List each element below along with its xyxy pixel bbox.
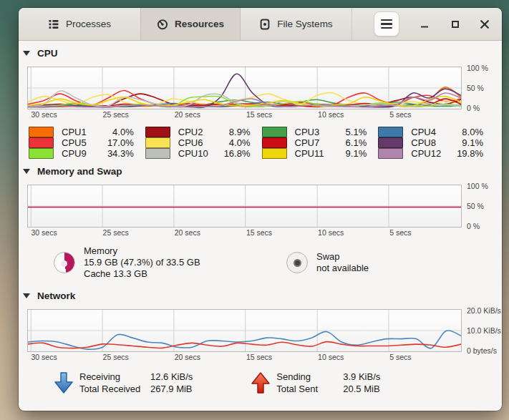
- network-chart: [27, 309, 462, 352]
- cpu-legend-item: CPU11 9.1%: [262, 148, 367, 159]
- network-chart-row: 30 secs 25 secs 20 secs 15 secs 10 secs …: [19, 309, 502, 362]
- receiving-block: Receiving Total Received 12.6 KiB/s 267.…: [54, 371, 193, 395]
- tab-processes[interactable]: Processes: [19, 8, 140, 40]
- drive-icon: [259, 19, 271, 30]
- cpu-legend-item: CPU7 6.1%: [262, 137, 367, 148]
- memory-cache-value: Cache 13.3 GB: [84, 268, 200, 280]
- network-y-axis: 20.0 KiB/s 10.0 KiB/s 0 bytes/s: [462, 309, 502, 352]
- cpu-legend-item: CPU2 8.9%: [145, 127, 251, 137]
- cpu-legend-item: CPU3 5.1%: [262, 127, 367, 137]
- memory-chart-row: 30 secs 25 secs 20 secs 15 secs 10 secs …: [19, 185, 502, 238]
- cpu-legend-item: CPU10 16.8%: [145, 148, 251, 159]
- memory-x-axis: 30 secs 25 secs 20 secs 15 secs 10 secs …: [27, 228, 462, 238]
- cpu-legend-item: CPU9 34.3%: [29, 148, 134, 159]
- tab-processes-label: Processes: [66, 19, 111, 29]
- total-received-label: Total Received: [79, 383, 150, 395]
- memory-y-axis: 100 % 50 % 0 %: [462, 185, 502, 228]
- cpu12-swatch[interactable]: [378, 148, 403, 159]
- sending-label: Sending: [276, 371, 343, 383]
- network-legend: Receiving Total Received 12.6 KiB/s 267.…: [19, 368, 502, 397]
- menu-button[interactable]: [374, 11, 399, 36]
- cpu-legend-item: CPU5 17.0%: [29, 137, 134, 148]
- cpu-section-title: CPU: [37, 48, 58, 59]
- headerbar-spacer: [352, 8, 374, 40]
- network-section-header: Network: [19, 290, 502, 302]
- tab-file-systems[interactable]: File Systems: [241, 8, 352, 40]
- memory-details: Memory 15.9 GB (47.3%) of 33.5 GB Cache …: [19, 245, 502, 280]
- memory-label: Memory: [84, 245, 200, 257]
- cpu-x-axis: 30 secs 25 secs 20 secs 15 secs 10 secs …: [27, 109, 462, 119]
- cpu-legend-item: CPU1 4.0%: [29, 127, 134, 137]
- cpu2-swatch[interactable]: [145, 127, 170, 137]
- cpu-section-header: CPU: [19, 47, 502, 59]
- memory-chart: [27, 185, 462, 228]
- cpu3-swatch[interactable]: [262, 127, 287, 137]
- download-arrow-icon: [54, 371, 74, 394]
- swap-pie-icon: [286, 252, 308, 273]
- cpu-chart-row: 30 secs 25 secs 20 secs 15 secs 10 secs …: [19, 67, 502, 119]
- sending-value: 3.9 KiB/s: [343, 371, 380, 383]
- tab-resources-label: Resources: [175, 19, 224, 29]
- memory-usage-value: 15.9 GB (47.3%) of 33.5 GB: [84, 257, 200, 268]
- system-monitor-window: Processes Resources File Systems: [19, 8, 502, 411]
- cpu5-swatch[interactable]: [29, 137, 54, 148]
- cpu9-swatch[interactable]: [29, 148, 54, 159]
- list-icon: [48, 19, 59, 30]
- memory-pie-icon: [54, 252, 75, 273]
- cpu-legend-item: CPU4 8.0%: [378, 127, 483, 137]
- headerbar: Processes Resources File Systems: [19, 8, 502, 41]
- total-sent-value: 20.5 MiB: [343, 383, 380, 395]
- gauge-icon: [157, 19, 168, 30]
- swap-label: Swap: [316, 251, 369, 263]
- cpu-chart: [27, 67, 462, 109]
- total-received-value: 267.9 MiB: [150, 383, 193, 395]
- resources-view: CPU 30 secs 25 secs 20 secs 15 secs 10 s…: [19, 47, 502, 397]
- tab-file-systems-label: File Systems: [277, 19, 332, 29]
- receiving-label: Receiving: [79, 371, 150, 383]
- cpu-y-axis: 100 % 50 % 0 %: [462, 67, 502, 109]
- cpu4-swatch[interactable]: [378, 127, 403, 137]
- maximize-button[interactable]: [450, 19, 461, 30]
- memory-section-title: Memory and Swap: [37, 166, 122, 177]
- collapse-triangle-icon[interactable]: [23, 51, 30, 56]
- cpu7-swatch[interactable]: [262, 137, 287, 148]
- total-sent-label: Total Sent: [276, 383, 343, 395]
- minimize-button[interactable]: [419, 19, 430, 30]
- network-x-axis: 30 secs 25 secs 20 secs 15 secs 10 secs …: [27, 352, 462, 362]
- cpu1-swatch[interactable]: [29, 127, 54, 137]
- cpu10-swatch[interactable]: [145, 148, 170, 159]
- receiving-value: 12.6 KiB/s: [150, 371, 193, 383]
- network-section-title: Network: [37, 290, 75, 301]
- cpu-legend-item: CPU8 9.1%: [378, 137, 483, 148]
- swap-block: Swap not available: [286, 245, 369, 280]
- cpu6-swatch[interactable]: [145, 137, 170, 148]
- upload-arrow-icon: [251, 371, 271, 394]
- memory-section-header: Memory and Swap: [19, 165, 502, 177]
- collapse-triangle-icon[interactable]: [23, 293, 30, 298]
- cpu11-swatch[interactable]: [262, 148, 287, 159]
- cpu-legend-item: CPU6 4.0%: [145, 137, 251, 148]
- cpu-legend: CPU1 4.0% CPU5 17.0% CPU9 34.3% CPU2: [29, 127, 483, 159]
- sending-block: Sending Total Sent 3.9 KiB/s 20.5 MiB: [251, 371, 380, 395]
- hamburger-icon: [381, 19, 392, 21]
- swap-status: not available: [316, 263, 369, 274]
- cpu-legend-item: CPU12 19.8%: [378, 148, 483, 159]
- tab-resources[interactable]: Resources: [140, 8, 241, 40]
- cpu8-swatch[interactable]: [378, 137, 403, 148]
- collapse-triangle-icon[interactable]: [23, 169, 30, 174]
- close-button[interactable]: [479, 19, 490, 30]
- memory-usage-block: Memory 15.9 GB (47.3%) of 33.5 GB Cache …: [54, 245, 286, 280]
